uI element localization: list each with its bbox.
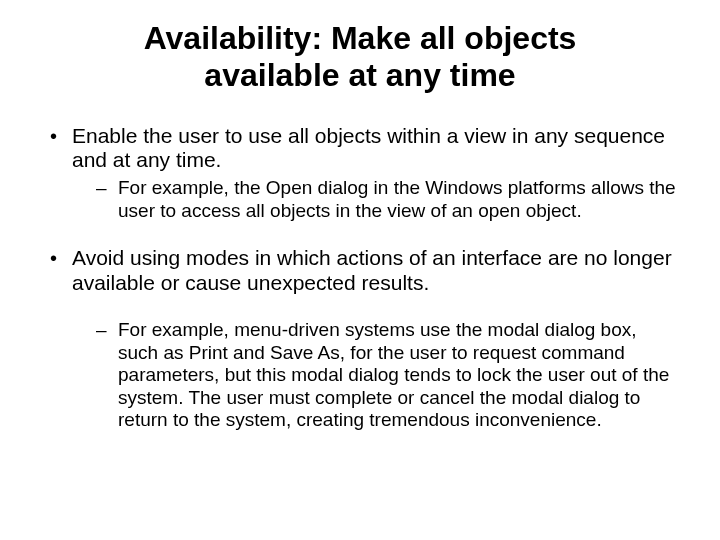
slide-title: Availability: Make all objects available… — [80, 20, 640, 94]
sub-item: For example, menu-driven systems use the… — [96, 319, 680, 431]
bullet-text: Enable the user to use all objects withi… — [72, 124, 665, 172]
sub-item: For example, the Open dialog in the Wind… — [96, 177, 680, 222]
sub-list: For example, menu-driven systems use the… — [72, 319, 680, 431]
bullet-item: Enable the user to use all objects withi… — [44, 124, 680, 222]
bullet-item: Avoid using modes in which actions of an… — [44, 246, 680, 432]
bullet-list: Enable the user to use all objects withi… — [40, 124, 680, 432]
sub-list: For example, the Open dialog in the Wind… — [72, 177, 680, 222]
bullet-text: Avoid using modes in which actions of an… — [72, 246, 672, 294]
